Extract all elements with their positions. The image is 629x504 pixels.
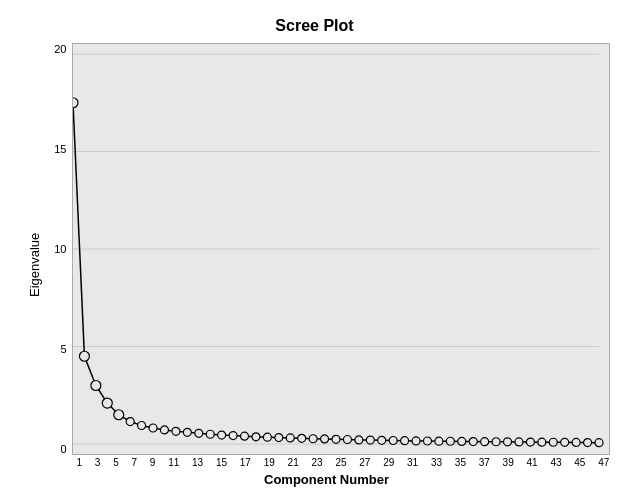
x-tick-label: 15 (216, 457, 227, 468)
data-point (90, 381, 100, 391)
x-tick-label: 3 (95, 457, 101, 468)
x-tick-label: 5 (113, 457, 119, 468)
data-point (274, 434, 282, 442)
x-tick-label: 9 (150, 457, 156, 468)
y-tick-label: 5 (60, 343, 66, 355)
x-tick-label: 13 (192, 457, 203, 468)
x-ticks-row: 1357911131517192123252729313335373941434… (44, 457, 610, 468)
x-tick-label: 1 (77, 457, 83, 468)
data-point (480, 438, 488, 446)
data-point (73, 98, 78, 108)
x-tick-label: 37 (479, 457, 490, 468)
data-point (332, 435, 340, 443)
data-point (514, 438, 522, 446)
y-axis-label: Eigenvalue (20, 43, 44, 487)
data-point (229, 432, 237, 440)
data-point (583, 439, 591, 447)
data-point (240, 432, 248, 440)
x-tick-label: 43 (550, 457, 561, 468)
data-point (595, 439, 603, 447)
data-point (183, 428, 191, 436)
data-point (126, 418, 134, 426)
x-axis-label: Component Number (44, 472, 610, 487)
chart-inner: 20151050 1357911131517192123252729313335… (44, 43, 610, 487)
data-point (572, 438, 580, 446)
data-point (400, 437, 408, 445)
data-point (537, 438, 545, 446)
data-point (377, 436, 385, 444)
data-point (354, 436, 362, 444)
chart-body: Eigenvalue 20151050 13579111315171921232… (20, 43, 610, 487)
data-point (423, 437, 431, 445)
x-tick-label: 11 (168, 457, 179, 468)
chart-wrapper: Scree Plot Eigenvalue 20151050 135791113… (20, 17, 610, 487)
data-point (503, 438, 511, 446)
plot-area (72, 43, 610, 455)
x-tick-label: 33 (431, 457, 442, 468)
data-point (79, 351, 89, 361)
data-point (549, 438, 557, 446)
y-ticks: 20151050 (44, 43, 72, 455)
data-point (560, 438, 568, 446)
y-tick-label: 20 (54, 43, 66, 55)
data-point (526, 438, 534, 446)
data-point (320, 435, 328, 443)
x-tick-label: 17 (240, 457, 251, 468)
data-point (137, 421, 145, 429)
y-tick-label: 0 (60, 443, 66, 455)
data-point (343, 436, 351, 444)
plot-area-wrapper: 20151050 (44, 43, 610, 455)
chart-title: Scree Plot (275, 17, 353, 35)
data-point (263, 433, 271, 441)
data-point (389, 436, 397, 444)
chart-container: Scree Plot Eigenvalue 20151050 135791113… (0, 0, 629, 504)
x-tick-label: 23 (311, 457, 322, 468)
data-point (194, 429, 202, 437)
data-point (102, 398, 112, 408)
data-point (457, 437, 465, 445)
data-point (412, 437, 420, 445)
x-tick-label: 29 (383, 457, 394, 468)
data-point (149, 424, 157, 432)
x-tick-label: 25 (335, 457, 346, 468)
y-tick-label: 10 (54, 243, 66, 255)
plot-svg (73, 44, 609, 454)
x-tick-label: 31 (407, 457, 418, 468)
data-point (113, 410, 123, 420)
x-tick-label: 39 (503, 457, 514, 468)
data-point (446, 437, 454, 445)
y-tick-label: 15 (54, 143, 66, 155)
data-point (286, 434, 294, 442)
data-point (251, 433, 259, 441)
data-point (217, 431, 225, 439)
data-point (492, 438, 500, 446)
x-tick-label: 27 (359, 457, 370, 468)
data-point (469, 438, 477, 446)
x-tick-label: 7 (131, 457, 137, 468)
data-point (206, 430, 214, 438)
data-point (366, 436, 374, 444)
x-tick-label: 21 (288, 457, 299, 468)
x-tick-label: 19 (264, 457, 275, 468)
x-tick-label: 41 (527, 457, 538, 468)
data-point (171, 427, 179, 435)
x-tick-label: 45 (574, 457, 585, 468)
x-tick-label: 47 (598, 457, 609, 468)
x-tick-label: 35 (455, 457, 466, 468)
data-point (309, 435, 317, 443)
data-point (297, 434, 305, 442)
data-point (160, 426, 168, 434)
data-point (434, 437, 442, 445)
